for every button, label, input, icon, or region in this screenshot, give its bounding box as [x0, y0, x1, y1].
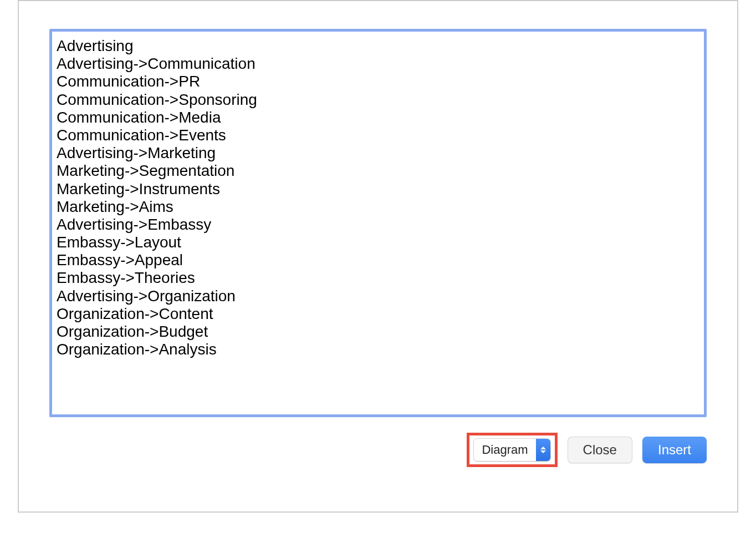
definition-textarea[interactable] [49, 29, 707, 417]
controls-row: Diagram Close Insert [49, 433, 707, 467]
insert-button[interactable]: Insert [642, 437, 707, 463]
type-select[interactable]: Diagram [474, 439, 550, 461]
select-highlight-box: Diagram [467, 433, 557, 467]
textarea-wrap [49, 29, 707, 419]
select-chevrons-icon [536, 439, 550, 461]
dialog-container: Diagram Close Insert [18, 0, 738, 513]
type-select-label: Diagram [474, 439, 535, 461]
close-button[interactable]: Close [568, 437, 632, 463]
